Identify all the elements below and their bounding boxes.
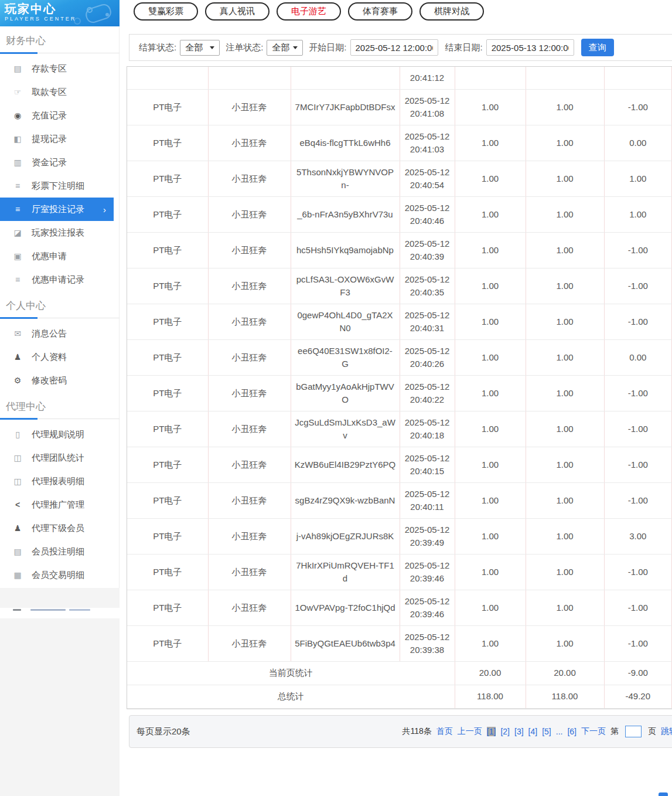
sidebar-item-recharge-record[interactable]: ◉ 充值记录 — [0, 104, 114, 127]
sidebar-item-label: 代理推广管理 — [32, 499, 84, 511]
sidebar-item-member-bet-detail[interactable]: ▤ 会员投注明细 — [0, 540, 114, 563]
tab-雙赢彩票[interactable]: 雙赢彩票 — [134, 2, 198, 21]
sidebar-item-funds-record[interactable]: ▥ 资金记录 — [0, 151, 114, 174]
cell-valid-amount: 1.00 — [526, 125, 604, 161]
sidebar-item-promo-apply[interactable]: ▣ 优惠申请 — [0, 244, 114, 268]
settle-status-select[interactable]: 全部 — [180, 40, 220, 56]
cell-bet-time: 2025-05-12 20:40:18 — [400, 411, 455, 447]
gamepad-decoration-icon — [75, 1, 116, 25]
sidebar-item-gear[interactable]: ⚙ 修改密码 — [0, 369, 114, 392]
sidebar-item-report-detail[interactable]: ◫ 代理报表明细 — [0, 470, 114, 493]
sidebar-nav: 财务中心 ▤ 存款专区 ☞ 取款专区 ◉ 充值记录 ◧ 提现记录 ▥ 资金记录 … — [0, 26, 120, 587]
cell-bet-amount: 1.00 — [455, 196, 526, 232]
jump-action-link[interactable]: 跳转 — [661, 726, 672, 737]
sidebar-item-label: 存款专区 — [32, 63, 67, 74]
cell-order-id: j-vAh89kjOEgZRJURs8K — [291, 518, 400, 554]
sidebar-item-label: 个人资料 — [32, 352, 67, 363]
cell-bet-time: 2025-05-12 20:39:49 — [400, 518, 455, 554]
sidebar-item-hall-bet-record[interactable]: ≡ 厅室投注记录 › — [0, 198, 114, 221]
pagination: 共118条 首页 上一页 [1][2][3][4][5]...[6] 下一页 第… — [402, 726, 672, 737]
page-link-3[interactable]: [3] — [514, 727, 524, 736]
page-link-4[interactable]: [4] — [528, 727, 538, 736]
cell-bet-time: 2025-05-12 20:40:46 — [400, 196, 455, 232]
cell-win-loss: -1.00 — [604, 590, 672, 625]
sidebar-item-team-stats[interactable]: ◫ 代理团队统计 — [0, 446, 114, 470]
start-date-input[interactable] — [350, 39, 438, 56]
sidebar-item-withdraw-hand[interactable]: ☞ 取款专区 — [0, 80, 114, 104]
bet-records-table: 20:41:12 PT电子 小丑狂奔 7MCIrY7JKFapbDtBDFsx … — [127, 66, 672, 709]
jump-page-input[interactable] — [625, 726, 642, 737]
lottery-bet-detail-icon: ≡ — [12, 181, 23, 191]
cell-bet-time: 2025-05-12 20:40:26 — [400, 339, 455, 375]
cell-vendor: PT电子 — [127, 554, 208, 590]
tab-体育赛事[interactable]: 体育赛事 — [348, 2, 412, 21]
order-status-select[interactable]: 全部 — [267, 40, 303, 56]
page-link-6[interactable]: [6] — [567, 727, 577, 736]
sidebar-item-members[interactable]: ♟ 代理下级会员 — [0, 516, 114, 540]
end-date-input[interactable] — [486, 39, 574, 56]
sidebar-item-withdrawal-record[interactable]: ◧ 提现记录 — [0, 127, 114, 151]
bottom-right-widget-fragment[interactable] — [659, 792, 668, 796]
cell-game-name: 小丑狂奔 — [208, 196, 291, 232]
cell-bet-amount: 1.00 — [455, 232, 526, 268]
sidebar-item-promo-record[interactable]: ≡ 优惠申请记录 — [0, 268, 114, 291]
sidebar-item-member-transaction[interactable]: ▦ 会员交易明细 — [0, 563, 114, 587]
sidebar-item-document[interactable]: ▯ 代理规则说明 — [0, 423, 114, 446]
cell-order-id: 7MCIrY7JKFapbDtBDFsx — [291, 89, 400, 125]
clipped-icon-fragment — [13, 609, 21, 611]
sidebar-item-share[interactable]: < 代理推广管理 — [0, 493, 114, 516]
cell-game-name: 小丑狂奔 — [208, 518, 291, 554]
sidebar-item-label: 会员交易明细 — [32, 570, 84, 581]
total-summary-result: -49.20 — [604, 685, 672, 708]
sidebar-item-deposit[interactable]: ▤ 存款专区 — [0, 57, 114, 80]
sidebar-item-label: 彩票下注明细 — [32, 181, 84, 192]
tab-真人视讯[interactable]: 真人视讯 — [205, 2, 270, 21]
cell-win-loss: 0.00 — [604, 339, 672, 375]
cell-win-loss: -1.00 — [604, 89, 672, 125]
person-icon: ♟ — [12, 352, 23, 362]
page-link-2[interactable]: [2] — [500, 727, 510, 736]
query-button[interactable]: 查询 — [581, 39, 614, 56]
prev-page-link[interactable]: 上一页 — [458, 726, 482, 737]
sidebar-item-label: 会员投注明细 — [32, 546, 84, 557]
next-page-link[interactable]: 下一页 — [581, 726, 606, 737]
cell-game-name: 小丑狂奔 — [208, 554, 291, 590]
table-row: PT电子 小丑狂奔 KzWB6uEl4IB29PztY6PQ 2025-05-1… — [127, 447, 672, 482]
cell-bet-time: 2025-05-12 20:40:15 — [400, 447, 455, 482]
page-summary-label: 当前页统计 — [127, 661, 455, 685]
sidebar-item-bell[interactable]: ✉ 消息公告 — [0, 322, 114, 345]
sidebar-item-lottery-bet-detail[interactable]: ≡ 彩票下注明细 — [0, 174, 114, 198]
cell-bet-amount: 1.00 — [455, 447, 526, 482]
caret-down-icon — [210, 46, 214, 49]
cell-game-name: 小丑狂奔 — [208, 482, 291, 518]
cell-order-id: hc5Hsh5IYkq9amojabNp — [291, 232, 400, 268]
page-link-1[interactable]: [1] — [487, 727, 496, 736]
cell-win-loss: -1.00 — [604, 482, 672, 518]
sidebar-item-person[interactable]: ♟ 个人资料 — [0, 345, 114, 369]
cell-valid-amount: 1.00 — [526, 447, 604, 482]
caret-down-icon — [293, 46, 298, 49]
recharge-record-icon: ◉ — [12, 111, 23, 120]
tab-棋牌对战[interactable]: 棋牌对战 — [419, 2, 484, 21]
cell-bet-time: 2025-05-12 20:40:35 — [400, 268, 455, 304]
cell-vendor: PT电子 — [127, 125, 208, 161]
cell-order-id: _6b-nFrA3n5yBXhrV73u — [291, 196, 400, 232]
cell-order-id: 7HkIrXPiUmRQVEH-TF1d — [291, 554, 400, 590]
sidebar-item-label: 消息公告 — [32, 328, 67, 339]
first-page-link[interactable]: 首页 — [436, 726, 453, 737]
cell-vendor: PT电子 — [127, 89, 208, 125]
cell-bet-time: 2025-05-12 20:40:22 — [400, 375, 455, 411]
page-link-5[interactable]: [5] — [542, 727, 551, 736]
pagination-footer: 每页显示20条 共118条 首页 上一页 [1][2][3][4][5]...[… — [129, 715, 672, 748]
settle-status-value: 全部 — [185, 42, 203, 53]
clipped-sidebar-item[interactable] — [0, 608, 120, 618]
cell-valid-amount: 1.00 — [526, 268, 604, 304]
report-detail-icon: ◫ — [12, 477, 23, 486]
cell-valid-amount: 1.00 — [526, 232, 604, 268]
sidebar-item-player-bet-report[interactable]: ◪ 玩家投注报表 — [0, 221, 114, 244]
cell-win-loss: -1.00 — [604, 375, 672, 411]
cell-vendor: PT电子 — [127, 590, 208, 625]
sidebar-item-label: 代理规则说明 — [32, 429, 84, 440]
tab-电子游艺[interactable]: 电子游艺 — [277, 2, 341, 21]
cell-order-id: 5FiByQGtEAEUb6twb3p4 — [291, 625, 400, 661]
